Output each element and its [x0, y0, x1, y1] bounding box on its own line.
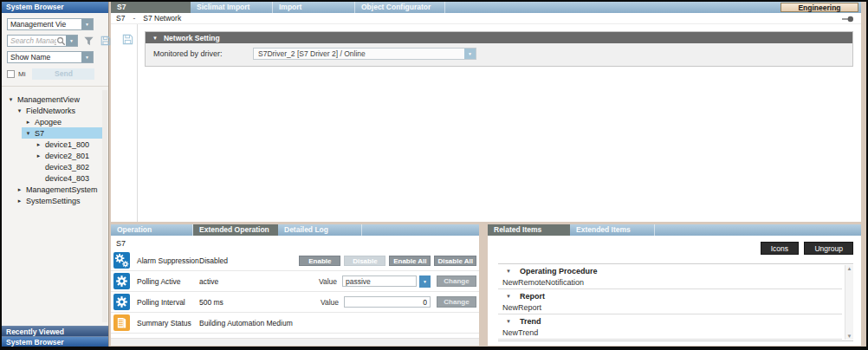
- chevron-down-icon[interactable]: ▼: [66, 36, 77, 46]
- group-title: Report: [520, 292, 545, 301]
- group-expanded-icon[interactable]: ▼: [506, 269, 511, 274]
- property-value: active: [199, 277, 218, 286]
- group-title: Operating Procedure: [520, 267, 598, 275]
- search-input[interactable]: [8, 36, 56, 45]
- breadcrumb-current[interactable]: S7 Network: [143, 14, 181, 23]
- ungroup-button[interactable]: Ungroup: [804, 242, 853, 255]
- search-icon: [56, 36, 66, 46]
- pin-icon[interactable]: [842, 16, 854, 23]
- main-area: S7 Siclimat Import Import Object Configu…: [111, 2, 861, 346]
- operation-body: S7 Alarm Suppression Disabled Enable Dis…: [111, 236, 479, 346]
- tree-item-apogee[interactable]: ▸ Apogee: [2, 116, 108, 127]
- view-selector[interactable]: Management Vie ▼: [7, 18, 94, 30]
- operation-panel: Operation Extended Operation Detailed Lo…: [111, 224, 479, 346]
- network-setting-body: Monitored by driver: S7Driver_2 [S7 Driv…: [146, 43, 852, 66]
- group-header[interactable]: ▼ Report: [498, 289, 842, 302]
- related-scrollbar[interactable]: ▲ ▼: [845, 265, 853, 340]
- tree-collapsed-icon[interactable]: ▸: [35, 141, 42, 148]
- related-item-newreport[interactable]: NewReport: [498, 302, 842, 314]
- collapse-arrow-icon: ▼: [152, 36, 158, 41]
- tab-s7[interactable]: S7: [111, 2, 191, 13]
- tree-item-device4-803[interactable]: device4_803: [2, 172, 108, 184]
- tab-extended-items[interactable]: Extended Items: [570, 224, 655, 236]
- tree-scrollbar[interactable]: [102, 90, 107, 322]
- system-browser-bar[interactable]: System Browser: [2, 336, 108, 347]
- tree-item-device1-800[interactable]: ▸ device1_800: [2, 139, 108, 150]
- tab-siclimat-import[interactable]: Siclimat Import: [191, 2, 273, 13]
- tree-collapsed-icon[interactable]: ▸: [35, 152, 42, 159]
- change-button[interactable]: Change: [437, 296, 476, 308]
- network-setting-title: Network Setting: [164, 34, 220, 42]
- send-row: Mi Send: [7, 68, 105, 80]
- breadcrumb-root[interactable]: S7: [116, 14, 125, 23]
- search-option-checkbox[interactable]: [7, 70, 15, 78]
- tree-collapsed-icon[interactable]: ▸: [24, 119, 32, 126]
- tree-expanded-icon[interactable]: ▾: [7, 96, 15, 103]
- tab-operation[interactable]: Operation: [111, 224, 193, 236]
- tab-related-items[interactable]: Related Items: [488, 224, 570, 236]
- group-expanded-icon[interactable]: ▼: [506, 319, 511, 324]
- view-tabbar: S7 Siclimat Import Import Object Configu…: [111, 2, 861, 13]
- tree-item-managementview[interactable]: ▾ ManagementView: [2, 94, 108, 105]
- tree-item-s7-selected[interactable]: ▾ S7: [2, 127, 108, 139]
- polling-active-dropdown[interactable]: passive: [342, 275, 417, 287]
- related-toolbar: Icons Ungroup: [488, 236, 861, 262]
- engineering-mode-button[interactable]: Engineering: [781, 3, 858, 12]
- filter-icon[interactable]: [83, 36, 94, 47]
- chevron-down-icon[interactable]: ▼: [419, 275, 431, 288]
- breadcrumb-separator: -: [133, 14, 135, 23]
- related-tabbar: Related Items Extended Items: [488, 224, 861, 236]
- send-button[interactable]: Send: [32, 68, 94, 80]
- network-setting-header[interactable]: ▼ Network Setting: [146, 32, 852, 43]
- group-header[interactable]: ▼ Operating Procedure: [498, 264, 842, 277]
- tree-expanded-icon[interactable]: ▾: [24, 130, 32, 137]
- chevron-down-icon[interactable]: ▼: [81, 19, 93, 29]
- tree-collapsed-icon[interactable]: ▸: [16, 186, 23, 193]
- tree-item-fieldnetworks[interactable]: ▾ FieldNetworks: [2, 105, 108, 116]
- tab-object-configurator[interactable]: Object Configurator: [355, 2, 445, 13]
- building-icon: [113, 314, 130, 331]
- tree-collapsed-icon[interactable]: ▸: [16, 198, 23, 204]
- scroll-up-icon[interactable]: ▲: [847, 265, 852, 272]
- enable-all-button[interactable]: Enable All: [389, 256, 431, 266]
- tree-item-device3-802[interactable]: device3_802: [2, 161, 108, 172]
- tab-detailed-log[interactable]: Detailed Log: [278, 224, 362, 236]
- operation-row-summary-status: Summary Status Building Automation Mediu…: [111, 313, 479, 334]
- tree-item-systemsettings[interactable]: ▸ SystemSettings: [2, 195, 108, 206]
- system-browser-header: System Browser: [2, 2, 108, 13]
- property-name: Summary Status: [137, 319, 199, 327]
- group-header[interactable]: ▼ Trend: [498, 314, 842, 327]
- tab-extended-operation[interactable]: Extended Operation: [193, 224, 278, 236]
- operation-footer: [111, 338, 479, 346]
- related-body: Icons Ungroup ▼ Operating Procedure NewR…: [488, 236, 861, 346]
- disable-all-button[interactable]: Disable All: [434, 256, 476, 266]
- tree-item-label: ManagementSystem: [23, 185, 98, 194]
- browser-controls: Management Vie ▼ ▼ Show Name ▼ Mi Send: [2, 13, 108, 87]
- tree-expanded-icon[interactable]: ▾: [16, 107, 23, 114]
- save-icon[interactable]: [118, 33, 137, 46]
- chevron-down-icon[interactable]: ▼: [81, 52, 93, 62]
- tree-item-label: FieldNetworks: [23, 107, 75, 115]
- value-label: Value: [321, 298, 339, 307]
- recently-viewed-bar[interactable]: Recently Viewed: [2, 326, 108, 336]
- search-box[interactable]: ▼: [7, 35, 78, 47]
- disable-button[interactable]: Disable: [344, 256, 385, 266]
- tree-item-label: device4_803: [42, 174, 89, 183]
- enable-button[interactable]: Enable: [299, 256, 340, 266]
- related-item-newtrend[interactable]: NewTrend: [498, 327, 842, 340]
- polling-interval-input[interactable]: [344, 296, 431, 308]
- change-button[interactable]: Change: [437, 275, 476, 287]
- scroll-down-icon[interactable]: ▼: [847, 333, 852, 340]
- save-icon[interactable]: [100, 35, 112, 47]
- group-expanded-icon[interactable]: ▼: [506, 294, 511, 299]
- chevron-down-icon[interactable]: ▼: [464, 49, 476, 59]
- related-item-newremotenotification[interactable]: NewRemoteNotification: [498, 277, 842, 289]
- tree-item-managementsystem[interactable]: ▸ ManagementSystem: [2, 184, 108, 195]
- driver-dropdown[interactable]: S7Driver_2 [S7 Driver 2] / Online ▼: [253, 48, 476, 60]
- display-mode-selector[interactable]: Show Name ▼: [7, 51, 94, 63]
- property-value: Disabled: [199, 256, 228, 265]
- icons-button[interactable]: Icons: [761, 242, 799, 255]
- tab-import[interactable]: Import: [273, 2, 355, 13]
- system-tree: ▾ ManagementView ▾ FieldNetworks ▸ Apoge…: [2, 87, 108, 326]
- tree-item-device2-801[interactable]: ▸ device2_801: [2, 150, 108, 161]
